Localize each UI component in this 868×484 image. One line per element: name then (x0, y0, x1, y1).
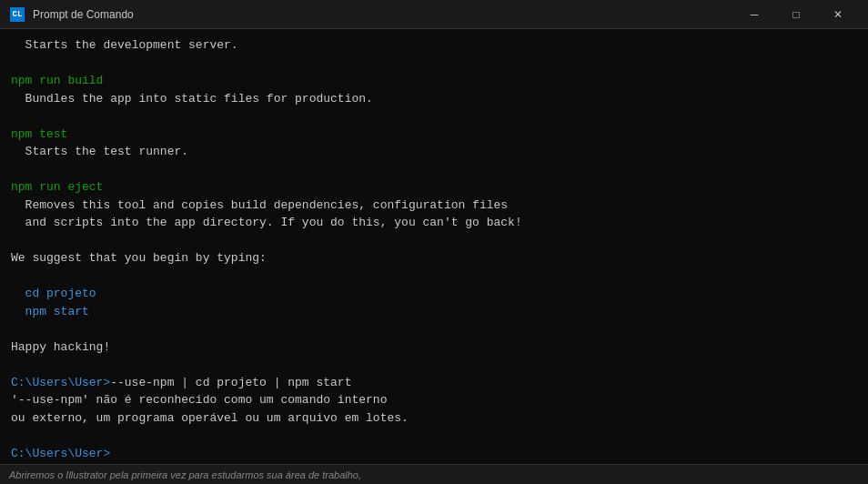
line-npm-test: npm test (11, 127, 67, 141)
terminal-body: Starts the development server. npm run b… (0, 29, 868, 464)
line-error1: '--use-npm' não é reconhecido como um co… (11, 393, 387, 407)
line-1: Starts the development server. (11, 38, 238, 52)
bottom-bar: Abriremos o Illustrator pela primeira ve… (0, 464, 868, 484)
line-error2: ou externo, um programa operável ou um a… (11, 411, 409, 425)
line-test-desc: Starts the test runner. (11, 145, 188, 158)
window-controls: ─ □ ✕ (733, 0, 859, 29)
terminal-output: Starts the development server. npm run b… (11, 36, 857, 462)
prompt1-text: C:\Users\User> (11, 376, 110, 389)
line-suggest: We suggest that you begin by typing: (11, 251, 267, 265)
minimize-button[interactable]: ─ (733, 0, 775, 29)
line-npm-eject: npm run eject (11, 180, 103, 194)
line-build-desc: Bundles the app into static files for pr… (11, 92, 373, 106)
window: CL Prompt de Comando ─ □ ✕ Starts the de… (0, 0, 868, 484)
line-cd-projeto: cd projeto (11, 287, 96, 300)
line-prompt2: C:\Users\User> (11, 447, 110, 460)
close-button[interactable]: ✕ (817, 0, 859, 29)
line-prompt1: C:\Users\User>--use-npm | cd projeto | n… (11, 376, 351, 389)
bottom-text: Abriremos o Illustrator pela primeira ve… (9, 469, 361, 480)
window-title: Prompt de Comando (33, 8, 733, 21)
maximize-button[interactable]: □ (775, 0, 817, 29)
title-bar: CL Prompt de Comando ─ □ ✕ (0, 0, 868, 29)
line-npm-start: npm start (11, 305, 89, 318)
line-and-text: and (25, 216, 46, 229)
line-npm-build: npm run build (11, 74, 103, 87)
cmd-icon-graphic: CL (10, 7, 25, 22)
line-eject-desc1: Removes this tool and copies build depen… (11, 198, 522, 230)
line-happy: Happy hacking! (11, 340, 110, 354)
app-icon: CL (9, 6, 25, 23)
